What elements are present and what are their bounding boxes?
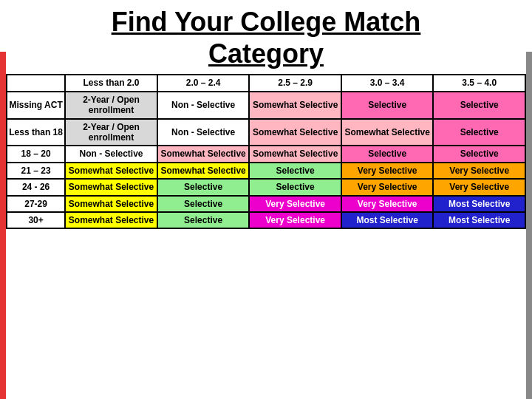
header-gpa-20-24: 2.0 – 2.4 <box>157 75 250 91</box>
college-match-table: Less than 2.0 2.0 – 2.4 2.5 – 2.9 3.0 – … <box>6 74 526 229</box>
cell-r1-c1: Non - Selective <box>157 119 250 146</box>
cell-r5-c2: Very Selective <box>249 196 341 212</box>
table-row: Missing ACT2-Year / Open enrollmentNon -… <box>7 92 525 119</box>
table-row: 30+Somewhat SelectiveSelectiveVery Selec… <box>7 212 525 228</box>
cell-r0-c2: Somewhat Selective <box>249 92 341 119</box>
cell-r3-c1: Somewhat Selective <box>157 163 250 179</box>
header-row: Less than 2.0 2.0 – 2.4 2.5 – 2.9 3.0 – … <box>7 75 525 91</box>
header-gpa-25-29: 2.5 – 2.9 <box>249 75 341 91</box>
cell-r2-c2: Somewhat Selective <box>249 146 341 162</box>
cell-r5-c3: Very Selective <box>341 196 434 212</box>
cell-r6-c4: Most Selective <box>433 212 525 228</box>
cell-r0-c1: Non - Selective <box>157 92 250 119</box>
cell-r3-c3: Very Selective <box>341 163 434 179</box>
header-gpa-30-34: 3.0 – 3.4 <box>341 75 434 91</box>
row-label-4: 24 - 26 <box>7 179 65 195</box>
row-label-5: 27-29 <box>7 196 65 212</box>
cell-r6-c0: Somewhat Selective <box>65 212 157 228</box>
cell-r3-c0: Somewhat Selective <box>65 163 157 179</box>
row-label-0: Missing ACT <box>7 92 65 119</box>
title-line2: Category <box>208 38 324 69</box>
cell-r2-c1: Somewhat Selective <box>157 146 250 162</box>
cell-r4-c0: Somewhat Selective <box>65 179 157 195</box>
cell-r0-c0: 2-Year / Open enrollment <box>65 92 157 119</box>
cell-r1-c2: Somewhat Selective <box>249 119 341 146</box>
table-container: Less than 2.0 2.0 – 2.4 2.5 – 2.9 3.0 – … <box>0 74 532 229</box>
cell-r6-c1: Selective <box>157 212 250 228</box>
cell-r1-c4: Selective <box>433 119 525 146</box>
cell-r4-c2: Selective <box>249 179 341 195</box>
cell-r6-c3: Most Selective <box>341 212 434 228</box>
table-row: 18 – 20Non - SelectiveSomewhat Selective… <box>7 146 525 162</box>
row-label-6: 30+ <box>7 212 65 228</box>
cell-r5-c0: Somewhat Selective <box>65 196 157 212</box>
table-row: 21 – 23Somewhat SelectiveSomewhat Select… <box>7 163 525 179</box>
cell-r0-c3: Selective <box>341 92 434 119</box>
cell-r1-c3: Somewhat Selective <box>341 119 434 146</box>
header-gpa-35-40: 3.5 – 4.0 <box>433 75 525 91</box>
row-label-1: Less than 18 <box>7 119 65 146</box>
cell-r2-c3: Selective <box>341 146 434 162</box>
side-bar-left <box>0 52 6 399</box>
table-body: Missing ACT2-Year / Open enrollmentNon -… <box>7 92 525 229</box>
page-title: Find Your College Match Category <box>0 0 532 72</box>
cell-r6-c2: Very Selective <box>249 212 341 228</box>
cell-r5-c4: Most Selective <box>433 196 525 212</box>
table-row: 27-29Somewhat SelectiveSelectiveVery Sel… <box>7 196 525 212</box>
header-gpa-lt20: Less than 2.0 <box>65 75 157 91</box>
header-empty <box>7 75 65 91</box>
cell-r4-c1: Selective <box>157 179 250 195</box>
cell-r2-c0: Non - Selective <box>65 146 157 162</box>
cell-r1-c0: 2-Year / Open enrollment <box>65 119 157 146</box>
cell-r5-c1: Selective <box>157 196 250 212</box>
cell-r4-c3: Very Selective <box>341 179 434 195</box>
cell-r3-c2: Selective <box>249 163 341 179</box>
cell-r3-c4: Very Selective <box>433 163 525 179</box>
side-bar-right <box>526 52 532 399</box>
cell-r0-c4: Selective <box>433 92 525 119</box>
table-row: 24 - 26Somewhat SelectiveSelectiveSelect… <box>7 179 525 195</box>
table-row: Less than 182-Year / Open enrollmentNon … <box>7 119 525 146</box>
row-label-2: 18 – 20 <box>7 146 65 162</box>
row-label-3: 21 – 23 <box>7 163 65 179</box>
page-wrapper: Find Your College Match Category Less th… <box>0 0 532 399</box>
cell-r2-c4: Selective <box>433 146 525 162</box>
title-line1: Find Your College Match <box>112 7 421 37</box>
cell-r4-c4: Very Selective <box>433 179 525 195</box>
